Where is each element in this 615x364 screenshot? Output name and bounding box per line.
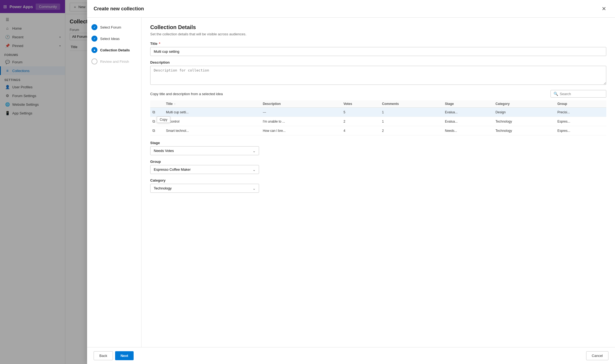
col-stage: Stage <box>443 100 493 108</box>
stage-label: Stage <box>150 141 606 145</box>
category-dropdown-wrapper: Technology Design Feature Request Bug <box>150 184 259 193</box>
step-label-details: Collection Details <box>100 48 130 52</box>
table-row: ⧉ Multi cup setti... --- 5 1 Evalua... D… <box>150 108 606 117</box>
table-row: ⧉ Smart technol... How can I bre... 4 2 … <box>150 126 606 135</box>
row-copy-cell: ⧉ <box>150 126 164 135</box>
row-description: How can I bre... <box>261 126 342 135</box>
step-label-ideas: Select Ideas <box>100 37 120 41</box>
step-circle-details: ● <box>91 47 97 53</box>
form-section-desc: Set the collection details that will be … <box>150 32 606 36</box>
search-box[interactable]: 🔍 <box>551 90 606 98</box>
row-title: Multi cup setti... <box>164 108 261 117</box>
description-label: Description <box>150 60 606 64</box>
required-indicator: * <box>158 42 161 46</box>
step-circle-forum: ✓ <box>91 24 97 30</box>
modal-overlay: Create new collection ✕ ✓ Select Forum ✓… <box>65 0 615 364</box>
group-dropdown[interactable]: Espresso Coffee Maker Precision Brewer A… <box>150 165 259 174</box>
row-group: Espres... <box>555 117 606 126</box>
col-group: Group <box>555 100 606 108</box>
stage-dropdown[interactable]: Needs Votes Under Review Evaluating Comp… <box>150 146 259 155</box>
row-category: Technology <box>493 126 555 135</box>
row-copy-cell: ⧉ <box>150 108 164 117</box>
title-input[interactable] <box>150 47 606 56</box>
category-dropdown[interactable]: Technology Design Feature Request Bug <box>150 184 259 193</box>
col-comments: Comments <box>380 100 443 108</box>
modal-footer: Back Next Cancel <box>87 347 615 364</box>
row-stage: Evalua... <box>443 108 493 117</box>
row-stage: Evalua... <box>443 117 493 126</box>
next-button[interactable]: Next <box>115 351 134 360</box>
step-label-forum: Select Forum <box>100 25 121 29</box>
step-select-forum: ✓ Select Forum <box>91 24 137 30</box>
row-group: Precisi... <box>555 108 606 117</box>
cancel-button[interactable]: Cancel <box>586 351 608 360</box>
row-description: I'm unable to ... <box>261 117 342 126</box>
copy-icon[interactable]: ⧉ <box>152 128 155 133</box>
row-category: Design <box>493 108 555 117</box>
row-comments: 1 <box>380 117 443 126</box>
title-label: Title * <box>150 42 606 46</box>
wizard-steps: ✓ Select Forum ✓ Select Ideas ● Collecti… <box>87 18 142 347</box>
step-circle-review <box>91 58 97 64</box>
row-votes: 5 <box>341 108 380 117</box>
col-votes: Votes <box>341 100 380 108</box>
collection-form: Collection Details Set the collection de… <box>142 18 615 347</box>
ideas-table: Title ↑ Description Votes Comments Stage… <box>150 100 606 135</box>
row-stage: Needs... <box>443 126 493 135</box>
row-copy-cell: ⧉ Copy <box>150 117 164 126</box>
copy-icon[interactable]: ⧉ <box>152 119 155 123</box>
group-label: Group <box>150 160 606 164</box>
copy-popup[interactable]: Copy <box>157 116 170 123</box>
step-select-ideas: ✓ Select Ideas <box>91 36 137 42</box>
row-title: te control <box>164 117 261 126</box>
row-category: Technology <box>493 117 555 126</box>
col-copy-action <box>150 100 164 108</box>
col-category: Category <box>493 100 555 108</box>
row-description: --- <box>261 108 342 117</box>
row-votes: 2 <box>341 117 380 126</box>
col-title[interactable]: Title ↑ <box>164 100 261 108</box>
form-section-title: Collection Details <box>150 24 606 30</box>
table-row: ⧉ Copy te control I'm unable to ... 2 1 … <box>150 117 606 126</box>
modal-title: Create new collection <box>94 6 144 12</box>
search-icon: 🔍 <box>554 92 558 96</box>
step-label-review: Review and Finish <box>100 60 129 64</box>
modal-panel: Create new collection ✕ ✓ Select Forum ✓… <box>87 0 615 364</box>
col-description: Description <box>261 100 342 108</box>
step-circle-ideas: ✓ <box>91 36 97 42</box>
modal-close-button[interactable]: ✕ <box>599 4 608 13</box>
row-title: Smart technol... <box>164 126 261 135</box>
step-review-finish: Review and Finish <box>91 58 137 64</box>
footer-right: Cancel <box>586 351 608 360</box>
back-button[interactable]: Back <box>94 351 113 360</box>
step-collection-details: ● Collection Details <box>91 47 137 53</box>
modal-body: ✓ Select Forum ✓ Select Ideas ● Collecti… <box>87 18 615 347</box>
description-textarea[interactable] <box>150 66 606 85</box>
category-label: Category <box>150 178 606 182</box>
row-group: Espres... <box>555 126 606 135</box>
stage-dropdown-wrapper: Needs Votes Under Review Evaluating Comp… <box>150 146 259 155</box>
footer-left: Back Next <box>94 351 134 360</box>
group-dropdown-wrapper: Espresso Coffee Maker Precision Brewer A… <box>150 165 259 174</box>
search-input[interactable] <box>560 92 603 96</box>
row-comments: 1 <box>380 108 443 117</box>
copy-label: Copy title and description from a select… <box>150 92 223 96</box>
ideas-table-header-row: Title ↑ Description Votes Comments Stage… <box>150 100 606 108</box>
copy-row: Copy title and description from a select… <box>150 90 606 98</box>
row-comments: 2 <box>380 126 443 135</box>
row-votes: 4 <box>341 126 380 135</box>
copy-icon[interactable]: ⧉ <box>152 110 155 114</box>
sort-icon: ↑ <box>174 102 176 105</box>
main-area: ＋ New ↻ Refresh Collections Forum Title … <box>65 0 615 364</box>
modal-header: Create new collection ✕ <box>87 0 615 18</box>
